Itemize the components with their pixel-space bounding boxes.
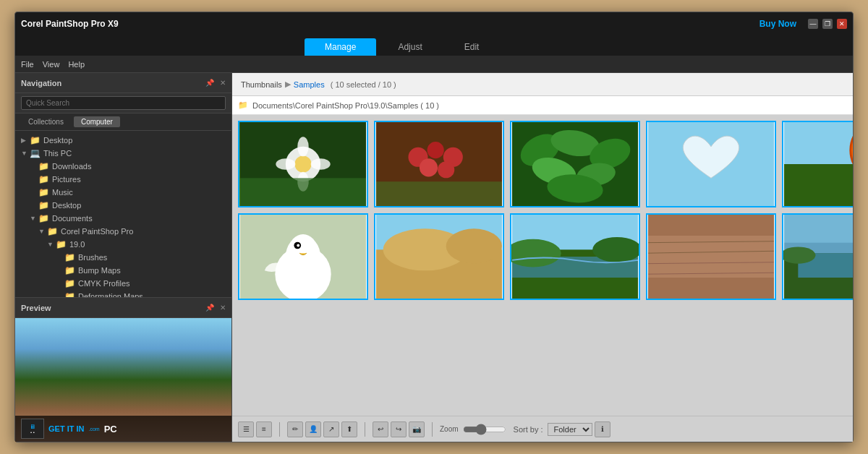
tree-item-brushes[interactable]: 📁 Brushes: [15, 251, 231, 264]
share-btn[interactable]: ↗: [323, 421, 339, 437]
tree-item-label: CMYK Profiles: [78, 279, 130, 288]
edit-btn[interactable]: ✏: [287, 421, 303, 437]
sort-select[interactable]: Folder Name Date Size Type: [548, 423, 592, 436]
search-input[interactable]: [21, 96, 226, 110]
svg-rect-14: [376, 181, 502, 206]
breadcrumb-thumbnails[interactable]: Thumbnails: [241, 80, 282, 89]
back-btn[interactable]: ↩: [373, 421, 388, 437]
menu-help[interactable]: Help: [68, 60, 85, 69]
nav-group: ↩ ↪ 📷: [373, 421, 425, 437]
thumbnail-item[interactable]: [646, 213, 776, 300]
person-btn[interactable]: 👤: [305, 421, 321, 437]
close-button[interactable]: ✕: [837, 19, 847, 29]
menu-view[interactable]: View: [43, 60, 60, 69]
sort-info-btn[interactable]: ℹ: [595, 421, 610, 437]
thumbnail-row-1: [238, 121, 853, 207]
sort-select-group: Folder Name Date Size Type ℹ: [548, 421, 610, 437]
svg-rect-23: [784, 122, 853, 164]
svg-rect-24: [784, 164, 853, 206]
tree-item-desktop2[interactable]: 📁 Desktop: [15, 199, 231, 212]
thumbnail-item[interactable]: [510, 213, 640, 300]
tree-item-label: Pictures: [52, 175, 81, 184]
tab-edit[interactable]: Edit: [444, 38, 500, 56]
tree-folder-icon: 📁: [47, 226, 58, 236]
tree-item-bumpmaps[interactable]: 📁 Bump Maps: [15, 264, 231, 277]
tree-item-label: Downloads: [52, 162, 91, 171]
tree-item-label: Bump Maps: [78, 266, 121, 275]
zoom-label: Zoom: [440, 425, 459, 433]
camera-btn[interactable]: 📷: [409, 421, 425, 437]
tab-adjust[interactable]: Adjust: [378, 38, 442, 56]
thumbnail-item[interactable]: [238, 121, 368, 207]
thumbnail-item[interactable]: [782, 213, 853, 300]
svg-point-5: [276, 158, 295, 169]
center-panel: Thumbnails ▶ Samples ( 10 selected / 10 …: [232, 73, 853, 442]
preview-close-icon[interactable]: ✕: [220, 304, 226, 312]
list-view-btn[interactable]: ☰: [238, 421, 254, 437]
path-text: Documents\Corel PaintShop Pro\19.0\Sampl…: [252, 101, 439, 110]
preview-image: 🖥 • • GET IT IN .com PC: [15, 318, 231, 442]
tree-folder-icon: 📁: [38, 187, 49, 197]
tree-item-desktop[interactable]: ▶ 📁 Desktop: [15, 134, 231, 147]
thumbnail-item[interactable]: [782, 121, 853, 207]
sort-label: Sort by :: [514, 425, 543, 434]
tab-computer[interactable]: Computer: [74, 116, 120, 127]
menu-file[interactable]: File: [21, 60, 34, 69]
tree-item-label: Deformation Maps: [78, 292, 143, 297]
watermark-get: GET IT IN: [48, 424, 85, 433]
thumbnail-item[interactable]: [238, 213, 368, 300]
path-bar: 📁 Documents\Corel PaintShop Pro\19.0\Sam…: [232, 96, 853, 115]
tree-item-music[interactable]: 📁 Music: [15, 186, 231, 199]
left-panel: Navigation 📌 ✕ Collections Computer ▶ 📁 …: [15, 73, 232, 442]
thumbnail-item[interactable]: [374, 121, 504, 207]
minimize-button[interactable]: —: [808, 19, 818, 29]
tree-folder-icon: 💻: [30, 148, 41, 158]
zoom-slider[interactable]: [463, 424, 506, 435]
tree-folder-icon: 📁: [64, 252, 75, 262]
navigation-title: Navigation: [21, 79, 61, 87]
thumbnail-area: [232, 115, 853, 416]
tab-collections[interactable]: Collections: [21, 116, 71, 127]
nav-pin-icon[interactable]: 📌: [205, 79, 214, 87]
preview-watermark: 🖥 • • GET IT IN .com PC: [15, 416, 231, 442]
tree-item-documents[interactable]: ▼ 📁 Documents: [15, 212, 231, 225]
svg-rect-57: [784, 215, 853, 243]
tree-item-cmyk[interactable]: 📁 CMYK Profiles: [15, 277, 231, 290]
bottom-toolbar: ☰ ≡ ✏ 👤 ↗ ⬆ ↩ ↪ 📷 Zoom: [232, 416, 853, 442]
nav-panel-controls: 📌 ✕: [205, 79, 226, 87]
breadcrumb-samples[interactable]: Samples: [294, 80, 325, 89]
thumb-rock-img: [647, 215, 775, 299]
tree-item-label: Brushes: [78, 253, 107, 262]
tree-item-corel[interactable]: ▼ 📁 Corel PaintShop Pro: [15, 225, 231, 238]
navigation-header: Navigation 📌 ✕: [15, 73, 231, 93]
thumbnail-item[interactable]: [374, 213, 504, 300]
tree-item-label: This PC: [43, 149, 72, 158]
tree-item-this-pc[interactable]: ▼ 💻 This PC: [15, 147, 231, 160]
upload-btn[interactable]: ⬆: [341, 421, 357, 437]
thumb-heart-img: [647, 122, 775, 206]
tree-view: ▶ 📁 Desktop ▼ 💻 This PC 📁 Downloads 📁 Pi…: [15, 131, 231, 297]
breadcrumb-sep: ▶: [285, 80, 291, 89]
thumbnail-item[interactable]: [646, 121, 776, 207]
restore-button[interactable]: ❐: [822, 19, 833, 29]
svg-rect-7: [240, 178, 366, 206]
buy-now-link[interactable]: Buy Now: [760, 19, 796, 29]
tree-item-19[interactable]: ▼ 📁 19.0: [15, 238, 231, 251]
action-group: ✏ 👤 ↗ ⬆: [287, 421, 357, 437]
preview-pin-icon[interactable]: 📌: [205, 304, 214, 312]
watermark-pc-text: PC: [104, 424, 117, 434]
nav-close-icon[interactable]: ✕: [220, 79, 226, 87]
tree-item-label: Music: [52, 188, 73, 197]
toolbar-sep-3: [432, 422, 433, 437]
thumbnail-item[interactable]: [510, 121, 640, 207]
svg-point-36: [297, 244, 299, 247]
tree-item-pictures[interactable]: 📁 Pictures: [15, 173, 231, 186]
tab-manage[interactable]: Manage: [305, 38, 376, 56]
tree-item-downloads[interactable]: 📁 Downloads: [15, 160, 231, 173]
tree-item-deformation[interactable]: 📁 Deformation Maps: [15, 290, 231, 297]
svg-point-13: [438, 161, 454, 178]
forward-btn[interactable]: ↪: [391, 421, 407, 437]
thumb-leaves-img: [511, 122, 639, 206]
detail-view-btn[interactable]: ≡: [256, 421, 272, 437]
tree-folder-icon: 📁: [64, 291, 75, 297]
